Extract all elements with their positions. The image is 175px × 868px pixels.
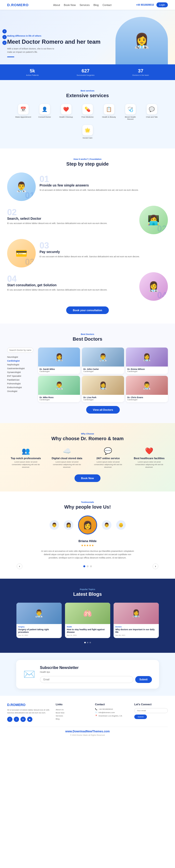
doctor-card-3[interactable]: 👨‍⚕️ Dr. Mike Ross Cardiologist	[38, 376, 80, 402]
step3-content: 03 Pay securely Ei usu accusam et dolore…	[40, 239, 168, 258]
hero-title: Meet Doctor Romero and her team	[7, 38, 116, 45]
blog-dot-1	[84, 642, 86, 643]
step2-number: 02	[7, 208, 135, 217]
specialty-gynaecologist[interactable]: Gynaecologist	[7, 370, 33, 374]
blog-card-2[interactable]: 👩‍⚕️ Doctors Why doctors are important i…	[114, 603, 159, 638]
dot-3	[90, 565, 92, 567]
why-tag: Why Choose	[7, 433, 168, 435]
newsletter-email-input[interactable]	[40, 676, 133, 683]
specialty-ent[interactable]: ENT Specialist	[7, 374, 33, 378]
nav-phone: +44 9010609010	[136, 4, 154, 6]
specialty-oncologist[interactable]: Oncologist	[7, 389, 33, 393]
footer-fb[interactable]: f	[7, 717, 12, 722]
book-consultation-button[interactable]: Book your consultation	[66, 306, 109, 314]
doctor-name-4: Dr. Lisa Park	[83, 396, 122, 399]
nav-services[interactable]: Services	[79, 4, 90, 6]
testimonial-prev-button[interactable]: ‹	[17, 563, 22, 569]
service-blood[interactable]: 🩺 Blood Health Record	[122, 104, 139, 120]
footer-email-input[interactable]	[134, 708, 168, 713]
service-social[interactable]: 🌟 Social Care	[79, 125, 96, 139]
services-grid: 📅 Make Appointment 👤 Consult Doctor ❤️ H…	[7, 104, 168, 139]
service-beauty[interactable]: 📋 Health & Beauty	[101, 104, 117, 120]
social-tw[interactable]: t	[2, 35, 7, 39]
brand-text: D.ROMERO	[7, 3, 29, 7]
footer-connect-col: Let's Connect Submit	[134, 703, 168, 722]
doctor-card-1[interactable]: 👨‍⚕️ Dr. John Carter Cardiologist	[82, 347, 124, 374]
newsletter-submit-button[interactable]: Submit	[135, 676, 152, 683]
blog-title-1: How to stay healthy and fight against di…	[67, 628, 108, 634]
footer-links-list: About Us Book Now Services Blog	[56, 708, 89, 720]
footer-link-blog[interactable]: Blog	[56, 717, 89, 720]
footer-in[interactable]: in	[21, 717, 26, 722]
specialty-gastro[interactable]: Gastroenterologist	[7, 367, 33, 370]
doctor-card-0[interactable]: 👩‍⚕️ Dr. Sarah Miles Cardiologist	[38, 347, 80, 374]
why-book-button[interactable]: Book Now	[75, 474, 101, 482]
doctor-info-1: Dr. John Carter Cardiologist	[82, 367, 124, 374]
footer-link-services[interactable]: Services	[56, 714, 89, 717]
phone-icon: 📞	[95, 708, 97, 710]
login-button[interactable]: Login	[156, 2, 168, 7]
doctor-specialty-4: Cardiologist	[83, 399, 122, 401]
social-fb[interactable]: f	[2, 29, 7, 33]
testimonial-next-button[interactable]: ›	[153, 563, 158, 569]
blog-dots	[7, 642, 168, 643]
step3-title: Pay securely	[40, 250, 168, 254]
footer-link-about[interactable]: About Us	[56, 708, 89, 711]
footer-address: 📍 Downtown Los Angeles, CA	[95, 715, 129, 717]
hero-line	[7, 57, 14, 57]
footer-tw[interactable]: t	[14, 717, 19, 722]
nav-book[interactable]: Book Now	[64, 4, 76, 6]
why-grid: 👥 Top notch professionals Lorem ipsum do…	[7, 447, 168, 469]
hero-image: 👩‍⚕️	[116, 17, 168, 64]
footer-brand-text: D.ROMERO	[7, 703, 25, 707]
specialty-neurologist[interactable]: Neurologist	[7, 355, 33, 359]
social-in[interactable]: in	[2, 41, 7, 45]
service-medicine[interactable]: 💊 Free Medicine	[79, 104, 96, 120]
stat-doctors: 37 Doctors in the team	[132, 68, 149, 76]
doctors-search-input[interactable]	[7, 347, 33, 353]
stats-bar: 5k Active Patients 627 Successful Surger…	[0, 64, 175, 80]
blog-date-0: Nov 12, 2021	[18, 634, 60, 636]
view-all-doctors-button[interactable]: View all Doctors	[86, 406, 120, 413]
avatar-left-near: 👩	[64, 520, 73, 530]
specialty-paediatrician[interactable]: Paediatrician	[7, 378, 33, 382]
nav-contact[interactable]: Contact	[102, 4, 111, 6]
step2-image: 👩‍💻 02	[139, 206, 168, 234]
why-btn-container: Book Now	[7, 474, 168, 482]
doctors-section: Best Doctors Best Doctors Neurologist Ca…	[0, 323, 175, 423]
nav-blog[interactable]: Blog	[93, 4, 99, 6]
specialty-cardiologist[interactable]: Cardiologist	[7, 359, 33, 363]
doctor-img-4: 👩‍⚕️	[82, 376, 124, 395]
footer-submit-button[interactable]: Submit	[134, 715, 147, 719]
service-appointment[interactable]: 📅 Make Appointment	[15, 104, 32, 120]
specialty-nephrologist[interactable]: Nephrologist	[7, 363, 33, 367]
blog-card-0[interactable]: 👨‍⚕️ Surgery Surgery of patient taking r…	[17, 603, 62, 638]
stat-surgeries: 627 Successful Surgeries	[77, 68, 95, 76]
blogs-grid: 👨‍⚕️ Surgery Surgery of patient taking r…	[7, 603, 168, 638]
footer-contact-col: Contact 📞 +44 9010609010 ✉️ info@dromero…	[95, 703, 129, 722]
footer-yt[interactable]: ▶	[27, 717, 32, 722]
specialty-pulmonologist[interactable]: Pulmonologist	[7, 382, 33, 385]
doctor-specialty-3: Cardiologist	[40, 399, 79, 401]
newsletter-title: Subscribe Newsletter	[40, 665, 152, 670]
footer-link-book[interactable]: Book Now	[56, 711, 89, 714]
doctor-card-2[interactable]: 👩‍⚕️ Dr. Emma Wilson Cardiologist	[126, 347, 168, 374]
blog-card-1[interactable]: 🫁 Health How to stay healthy and fight a…	[65, 603, 110, 638]
doctor-card-5[interactable]: 👨‍⚕️ Dr. Chris Evans Cardiologist	[126, 376, 168, 402]
services-tag: Best services	[7, 90, 168, 92]
service-health[interactable]: ❤️ Health Checkup	[58, 104, 75, 120]
appointment-icon: 📅	[18, 104, 29, 115]
footer-connect-title: Let's Connect	[134, 703, 168, 706]
service-consult[interactable]: 👤 Consult Doctor	[36, 104, 53, 120]
footer-connect-form: Submit	[134, 708, 168, 719]
testimonial-dots	[83, 565, 92, 567]
specialty-endocrinologist[interactable]: Endocrinologist	[7, 385, 33, 389]
nav-about[interactable]: About	[53, 4, 60, 6]
step2-title: Search, select Doctor	[7, 217, 135, 220]
appointment-label: Make Appointment	[15, 116, 31, 118]
doctors-title: Best Doctors	[7, 336, 168, 342]
service-chat[interactable]: 💬 Chat and Talk	[144, 104, 160, 120]
doctor-card-4[interactable]: 👩‍⚕️ Dr. Lisa Park Cardiologist	[82, 376, 124, 402]
blog-info-2: Doctors Why doctors are important in our…	[114, 624, 159, 638]
newsletter-section: ✉️ Subscribe Newsletter Health tips Subm…	[0, 653, 175, 696]
